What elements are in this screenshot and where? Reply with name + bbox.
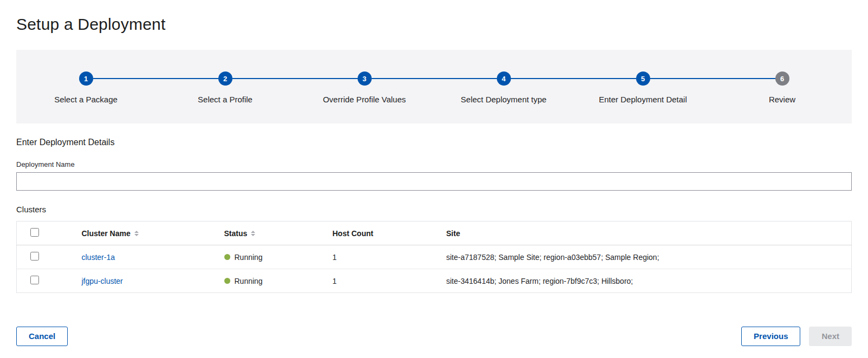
- step-label: Enter Deployment Detail: [599, 95, 687, 104]
- step-number-badge: 3: [358, 71, 372, 86]
- step-connector: [93, 78, 156, 79]
- step-label: Select Deployment type: [461, 95, 546, 104]
- deployment-name-input[interactable]: [16, 172, 852, 191]
- site-value: site-3416414b; Jones Farm; region-7bf9c7…: [446, 269, 852, 293]
- step-select-deployment-type: 4 Select Deployment type: [434, 71, 573, 104]
- step-connector: [232, 78, 295, 79]
- clusters-table: Cluster Name Status Host Count Site: [16, 221, 852, 293]
- step-connector: [712, 78, 775, 79]
- step-number-badge: 1: [79, 71, 93, 86]
- status-running-icon: [224, 278, 230, 284]
- status-running-icon: [224, 254, 230, 260]
- step-number-badge: 4: [497, 71, 511, 86]
- wizard-footer: Cancel Previous Next: [16, 327, 852, 346]
- column-header-status[interactable]: Status: [224, 222, 333, 245]
- row-checkbox[interactable]: [30, 252, 39, 261]
- cluster-name-link[interactable]: jfgpu-cluster: [82, 277, 123, 285]
- next-button[interactable]: Next: [809, 327, 852, 346]
- step-label: Override Profile Values: [323, 95, 406, 104]
- step-label: Select a Profile: [198, 95, 252, 104]
- step-number-badge: 2: [218, 71, 232, 86]
- step-connector: [372, 78, 435, 79]
- step-connector: [789, 78, 852, 79]
- step-number-badge: 5: [636, 71, 650, 86]
- wizard-stepper: 1 Select a Package 2 Select a Profile 3 …: [16, 50, 852, 123]
- deployment-name-label: Deployment Name: [16, 160, 852, 168]
- step-connector: [16, 78, 79, 79]
- column-header-label: Cluster Name: [82, 229, 131, 238]
- host-count-value: 1: [333, 245, 446, 269]
- step-select-a-profile: 2 Select a Profile: [156, 71, 295, 104]
- column-header-host-count: Host Count: [333, 222, 446, 245]
- step-review: 6 Review: [712, 71, 852, 104]
- setup-deployment-page: Setup a Deployment 1 Select a Package 2 …: [0, 0, 868, 346]
- site-value: site-a7187528; Sample Site; region-a03eb…: [446, 245, 852, 269]
- column-header-site: Site: [446, 222, 852, 245]
- table-header-row: Cluster Name Status Host Count Site: [17, 222, 852, 245]
- select-all-checkbox[interactable]: [30, 228, 39, 237]
- step-number-badge: 6: [775, 71, 789, 86]
- step-connector: [156, 78, 218, 79]
- step-label: Review: [769, 95, 795, 104]
- clusters-title: Clusters: [16, 205, 852, 214]
- step-override-profile-values: 3 Override Profile Values: [295, 71, 434, 104]
- sort-icon[interactable]: [251, 231, 255, 236]
- page-title: Setup a Deployment: [16, 15, 852, 34]
- cluster-name-link[interactable]: cluster-1a: [82, 253, 115, 262]
- sort-icon[interactable]: [134, 231, 139, 236]
- table-row: cluster-1a Running 1 site-a7187528; Samp…: [17, 245, 852, 269]
- row-checkbox[interactable]: [30, 276, 39, 284]
- step-connector: [650, 78, 713, 79]
- status-text: Running: [235, 277, 263, 285]
- column-header-cluster-name[interactable]: Cluster Name: [82, 222, 224, 245]
- step-connector: [434, 78, 497, 79]
- host-count-value: 1: [333, 269, 446, 293]
- table-row: jfgpu-cluster Running 1 site-3416414b; J…: [17, 269, 852, 293]
- step-connector: [295, 78, 358, 79]
- section-title: Enter Deployment Details: [16, 138, 852, 147]
- status-text: Running: [235, 253, 263, 262]
- step-select-a-package: 1 Select a Package: [16, 71, 156, 104]
- step-connector: [511, 78, 574, 79]
- previous-button[interactable]: Previous: [741, 327, 800, 346]
- step-connector: [573, 78, 636, 79]
- step-label: Select a Package: [54, 95, 118, 104]
- column-header-label: Status: [224, 229, 248, 238]
- step-enter-deployment-detail: 5 Enter Deployment Detail: [573, 71, 712, 104]
- cancel-button[interactable]: Cancel: [16, 327, 68, 346]
